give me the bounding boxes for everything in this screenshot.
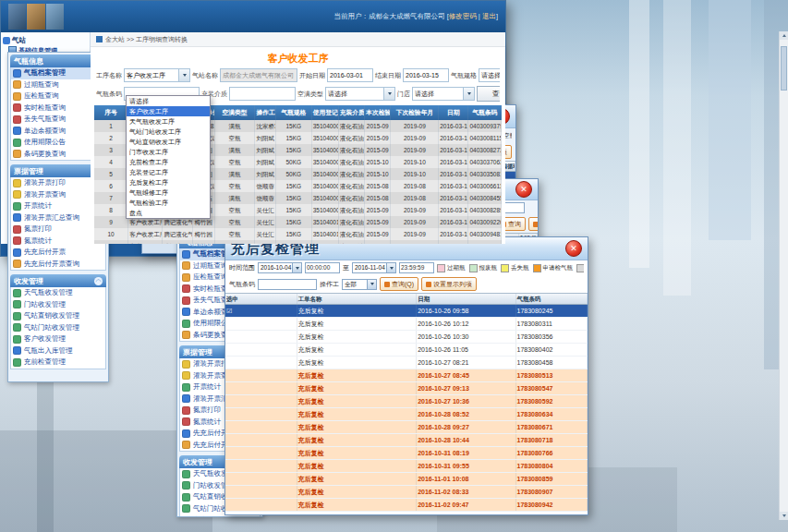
column-header[interactable]: 气瓶规格 bbox=[276, 105, 312, 120]
set-columns-button[interactable]: 设置显示列项 bbox=[421, 277, 477, 291]
table-row[interactable]: 11客户收发工序腾记液化气配送点梅竹园空瓶吴仕汇15KG351040002550… bbox=[94, 240, 502, 244]
table-row[interactable]: 充后复检2016-10-31 09:551783080804 bbox=[225, 460, 588, 473]
process-select[interactable]: 客户收发工序 bbox=[124, 68, 190, 82]
start-time-input[interactable]: 00:00:00 bbox=[305, 262, 340, 273]
sidebar-section-title: 气瓶信息 bbox=[14, 56, 43, 66]
dropdown-option[interactable]: 客户收发工序 bbox=[127, 106, 210, 116]
dropdown-option[interactable]: 充前检查工序 bbox=[127, 157, 210, 167]
sidebar-section-header[interactable]: 收发管理 ◠ bbox=[10, 274, 106, 287]
column-header[interactable]: 气瓶条码 bbox=[516, 294, 588, 304]
table-row[interactable]: 充后复检2016-10-27 08:451783080513 bbox=[225, 369, 588, 382]
dropdown-option[interactable]: 气瓶检验工序 bbox=[127, 198, 210, 208]
sidebar-item-label: 气瓶档案管理 bbox=[24, 68, 66, 78]
table-row[interactable]: 充后复检2016-11-01 10:081783080859 bbox=[225, 473, 588, 486]
table-row[interactable]: 充后复检2016-10-31 08:191783080766 bbox=[225, 447, 588, 460]
cell: 2016-10-31 08:19 bbox=[417, 447, 515, 459]
start-date-input[interactable]: 2016-03-01 bbox=[327, 68, 373, 82]
spec-select[interactable]: 请选择 bbox=[479, 68, 500, 82]
dropdown-option[interactable]: 盘点 bbox=[127, 208, 210, 218]
dropdown-option[interactable]: 充装登记工序 bbox=[127, 167, 210, 177]
dropdown-option[interactable]: 气站门站收发工序 bbox=[127, 127, 210, 137]
cell: 液化石油气 bbox=[339, 168, 365, 180]
cell: 2016-03-15 14:15:53 bbox=[439, 156, 468, 168]
table-row[interactable]: 充后复检2016-10-27 10:361783080592 bbox=[225, 395, 588, 408]
sidebar-item[interactable]: 气瓶出入库管理 bbox=[11, 345, 105, 357]
legend-checkbox[interactable]: 重瓶出库 bbox=[576, 264, 584, 272]
cell: 腾记液化气配送点 bbox=[163, 228, 192, 240]
column-header[interactable]: 日期 bbox=[439, 105, 468, 120]
medium-input[interactable] bbox=[229, 87, 296, 101]
tree-root[interactable]: 气站 bbox=[3, 36, 88, 46]
dropdown-option[interactable]: 气站直销收发工序 bbox=[127, 137, 210, 147]
column-header[interactable]: 使用登记代码 bbox=[312, 105, 339, 120]
cell: 吴仕汇 bbox=[255, 216, 276, 228]
close-icon[interactable]: ✕ bbox=[565, 240, 582, 257]
dropdown-option[interactable]: 请选择 bbox=[127, 96, 210, 106]
column-header[interactable]: 下次检验年月 bbox=[391, 105, 439, 120]
collapse-icon[interactable]: ◠ bbox=[94, 277, 103, 285]
cell: 0403009481 bbox=[468, 228, 502, 240]
end-date-input[interactable]: 2016-03-15 bbox=[403, 68, 449, 82]
start-date-select[interactable]: 2016-10-04 bbox=[258, 262, 302, 273]
sidebar-item[interactable]: 充前检查管理 bbox=[11, 357, 105, 369]
sidebar-item-icon bbox=[182, 331, 190, 339]
column-header[interactable]: 序号 bbox=[94, 105, 128, 120]
cell: 满瓶 bbox=[215, 168, 256, 180]
dropdown-option[interactable]: 充后复检工序 bbox=[127, 177, 210, 187]
sidebar-item[interactable]: 气站门站收发管理 bbox=[11, 322, 105, 334]
table-row[interactable]: ☑充后复检2016-10-26 09:581783080245 bbox=[225, 305, 588, 318]
cell: 1783080942 bbox=[516, 499, 588, 511]
empty-full-select[interactable]: 请选择 bbox=[325, 87, 395, 101]
cell: 2019-09 bbox=[391, 216, 439, 228]
sidebar-item[interactable]: 先充后付开票查询 bbox=[11, 259, 105, 271]
sidebar-item[interactable]: 门站收发管理 bbox=[11, 299, 105, 311]
query-button[interactable]: 查询(Q) bbox=[380, 277, 418, 291]
table-row[interactable]: 充后复检2016-10-28 09:271783080671 bbox=[225, 421, 588, 434]
column-header[interactable]: 充装介质 bbox=[339, 105, 365, 120]
change-password-link[interactable]: 修改密码 bbox=[449, 12, 477, 20]
sidebar-item-label: 氮票统计 bbox=[24, 236, 52, 246]
table-row[interactable]: 充后复检2016-10-26 10:121783080311 bbox=[225, 318, 588, 331]
legend-checkbox[interactable]: 过期瓶 bbox=[437, 264, 466, 272]
legend-checkbox[interactable]: 报废瓶 bbox=[469, 264, 498, 272]
column-header[interactable]: 工单名称 bbox=[297, 294, 418, 304]
cell bbox=[225, 357, 297, 369]
cell: 空瓶 bbox=[215, 180, 256, 192]
table-row[interactable]: 充后复检2016-11-02 09:471783080942 bbox=[225, 499, 588, 512]
table-row[interactable]: 10客户收发工序腾记液化气配送点梅竹园空瓶吴仕汇15KG351040013365… bbox=[94, 228, 502, 240]
sidebar-section-title: 收发管理 bbox=[14, 276, 43, 286]
table-row[interactable]: 充后复检2016-10-28 10:441783080718 bbox=[225, 434, 588, 447]
table-row[interactable]: 充后复检2016-10-26 11:051783080402 bbox=[225, 344, 588, 357]
field-label: 时间范围 bbox=[229, 263, 255, 272]
end-date-select[interactable]: 2016-11-04 bbox=[352, 262, 396, 273]
column-header[interactable]: 本次检验年月 bbox=[365, 105, 391, 120]
close-icon[interactable]: ✕ bbox=[515, 181, 532, 198]
logout-link[interactable]: 退出 bbox=[482, 12, 496, 20]
table-row[interactable]: 充后复检2016-10-27 08:211783080458 bbox=[225, 357, 588, 369]
end-time-input[interactable]: 23:59:59 bbox=[399, 262, 434, 273]
table-row[interactable]: 充后复检2016-11-02 08:331783080907 bbox=[225, 486, 588, 499]
sidebar-item[interactable]: 气站直销收发管理 bbox=[11, 310, 105, 322]
sidebar-item[interactable]: 客户收发管理 bbox=[11, 333, 105, 345]
query-button[interactable]: 查询 bbox=[477, 86, 500, 102]
dropdown-option[interactable]: 门市收发工序 bbox=[127, 147, 210, 157]
sidebar-item[interactable]: 先充后付开票 bbox=[11, 247, 105, 259]
legend-checkbox[interactable]: 申请检气瓶 bbox=[533, 264, 574, 272]
cell: 空瓶 bbox=[215, 204, 256, 216]
sidebar-item[interactable]: 天气瓶收发管理 bbox=[11, 287, 105, 299]
barcode-input[interactable] bbox=[258, 279, 317, 290]
table-row[interactable]: 充后复检2016-10-28 08:521783080634 bbox=[225, 408, 588, 421]
dropdown-option[interactable]: 天气瓶收发工序 bbox=[127, 116, 210, 127]
column-header[interactable]: 日期 bbox=[417, 294, 515, 304]
column-header[interactable]: 空满类型 bbox=[215, 105, 256, 120]
dropdown-option[interactable]: 气瓶维修工序 bbox=[127, 187, 210, 198]
store-select[interactable]: 请选择 bbox=[412, 87, 475, 101]
set-columns-button[interactable]: 设置显示列项 bbox=[528, 217, 538, 231]
column-header[interactable]: 选中 bbox=[225, 294, 297, 304]
table-row[interactable]: 充后复检2016-10-26 10:301783080356 bbox=[225, 331, 588, 344]
table-row[interactable]: 充后复检2016-10-27 09:131783080547 bbox=[225, 382, 588, 395]
legend-checkbox[interactable]: 丢失瓶 bbox=[501, 264, 529, 272]
operator-select[interactable]: 全部 bbox=[342, 279, 377, 290]
column-header[interactable]: 操作工 bbox=[255, 105, 276, 120]
column-header[interactable]: 气瓶条码 bbox=[468, 105, 502, 120]
